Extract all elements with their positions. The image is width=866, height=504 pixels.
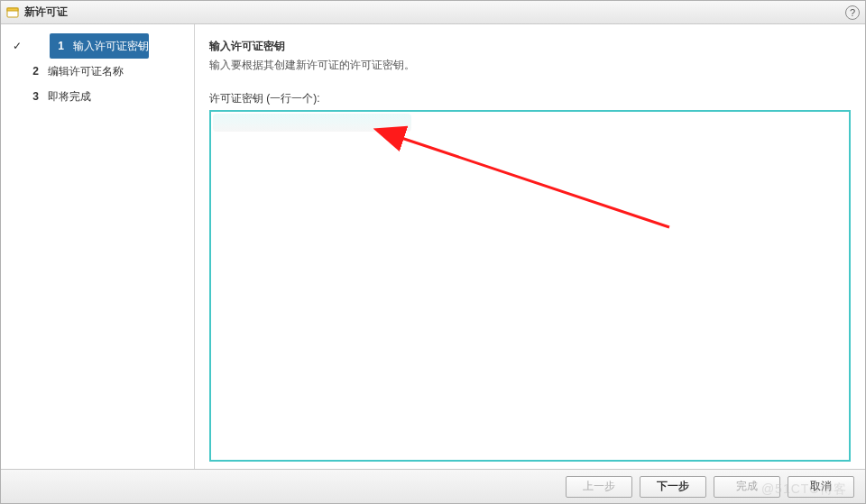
dialog-title: 新许可证 xyxy=(24,5,68,20)
step-1-check-slot: ✓ xyxy=(10,40,24,52)
step-label: 编辑许可证名称 xyxy=(44,64,124,79)
step-number: 1 xyxy=(53,40,64,52)
wizard-steps-sidebar: ✓ 1 输入许可证密钥 2 编辑许可证名称 3 即将完成 xyxy=(1,24,195,469)
wizard-step-1-row[interactable]: ✓ 1 输入许可证密钥 xyxy=(1,33,194,59)
panel-subheading: 输入要根据其创建新许可证的许可证密钥。 xyxy=(209,58,851,73)
license-keys-label: 许可证密钥 (一行一个): xyxy=(209,91,851,106)
checkmark-icon: ✓ xyxy=(13,40,22,52)
content-panel: 输入许可证密钥 输入要根据其创建新许可证的许可证密钥。 许可证密钥 (一行一个)… xyxy=(195,24,865,469)
svg-rect-1 xyxy=(7,8,18,11)
cancel-button[interactable]: 取消 xyxy=(788,476,854,498)
next-button[interactable]: 下一步 xyxy=(640,476,706,498)
wizard-step-3[interactable]: 3 即将完成 xyxy=(1,84,194,109)
help-icon[interactable]: ? xyxy=(845,5,860,20)
step-label: 即将完成 xyxy=(44,89,91,105)
license-keys-textarea[interactable] xyxy=(209,110,851,462)
panel-heading: 输入许可证密钥 xyxy=(209,39,851,54)
step-label: 输入许可证密钥 xyxy=(69,39,149,54)
dialog-window: 新许可证 ? ✓ 1 输入许可证密钥 2 编辑许可证名称 3 即将完成 xyxy=(0,0,866,504)
back-button[interactable]: 上一步 xyxy=(566,476,632,498)
license-keys-wrap xyxy=(209,110,851,462)
license-icon xyxy=(6,6,19,19)
dialog-body: ✓ 1 输入许可证密钥 2 编辑许可证名称 3 即将完成 输入许可证密钥 输入要… xyxy=(1,24,865,469)
wizard-step-1: 1 输入许可证密钥 xyxy=(50,33,149,59)
step-number: 2 xyxy=(28,65,39,78)
titlebar: 新许可证 ? xyxy=(1,1,865,24)
step-number: 3 xyxy=(28,90,39,103)
finish-button[interactable]: 完成 xyxy=(714,476,780,498)
dialog-footer: 上一步 下一步 完成 取消 @51CTO博客 xyxy=(1,469,865,503)
wizard-step-2[interactable]: 2 编辑许可证名称 xyxy=(1,59,194,84)
